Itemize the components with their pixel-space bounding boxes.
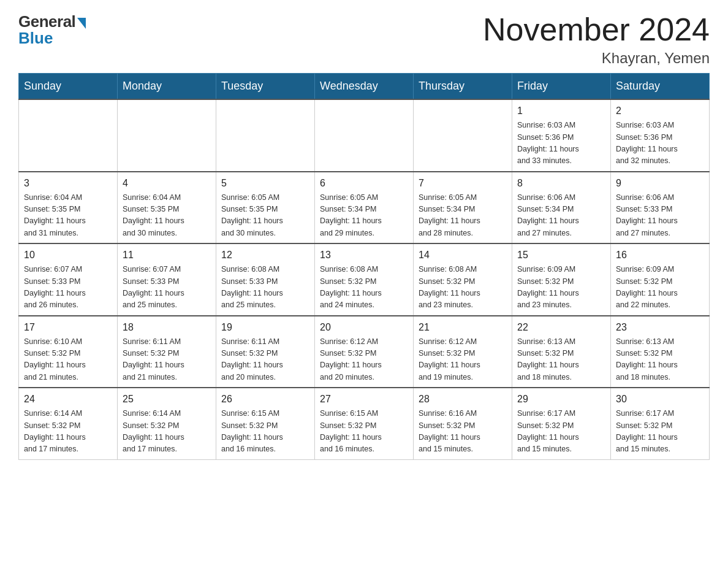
- calendar-day-header-sunday: Sunday: [19, 74, 118, 100]
- day-number: 29: [517, 392, 605, 407]
- day-info: Sunrise: 6:14 AMSunset: 5:32 PMDaylight:…: [123, 408, 211, 456]
- calendar-cell: [414, 99, 512, 172]
- day-info: Sunrise: 6:17 AMSunset: 5:32 PMDaylight:…: [616, 408, 704, 456]
- day-number: 14: [419, 248, 507, 262]
- calendar-cell: 3Sunrise: 6:04 AMSunset: 5:35 PMDaylight…: [19, 172, 118, 244]
- calendar-cell: [315, 99, 414, 172]
- day-number: 24: [24, 392, 112, 407]
- calendar-cell: 18Sunrise: 6:11 AMSunset: 5:32 PMDayligh…: [118, 316, 216, 388]
- day-info: Sunrise: 6:06 AMSunset: 5:34 PMDaylight:…: [517, 192, 605, 240]
- calendar-day-header-wednesday: Wednesday: [315, 74, 414, 100]
- page-header: General Blue November 2024 Khayran, Yeme…: [18, 12, 710, 67]
- day-info: Sunrise: 6:15 AMSunset: 5:32 PMDaylight:…: [221, 408, 309, 456]
- day-number: 9: [616, 176, 704, 191]
- calendar-body: 1Sunrise: 6:03 AMSunset: 5:36 PMDaylight…: [19, 99, 710, 459]
- day-number: 18: [123, 320, 211, 335]
- day-info: Sunrise: 6:12 AMSunset: 5:32 PMDaylight:…: [419, 336, 507, 384]
- day-number: 16: [616, 248, 704, 262]
- calendar-cell: [118, 99, 216, 172]
- day-info: Sunrise: 6:10 AMSunset: 5:32 PMDaylight:…: [24, 336, 112, 384]
- calendar-cell: 4Sunrise: 6:04 AMSunset: 5:35 PMDaylight…: [118, 172, 216, 244]
- day-info: Sunrise: 6:15 AMSunset: 5:32 PMDaylight:…: [320, 408, 408, 456]
- page-title: November 2024: [483, 12, 710, 47]
- calendar-week-row: 10Sunrise: 6:07 AMSunset: 5:33 PMDayligh…: [19, 243, 710, 316]
- day-number: 23: [616, 320, 704, 335]
- day-info: Sunrise: 6:08 AMSunset: 5:33 PMDaylight:…: [221, 264, 309, 312]
- calendar-week-row: 3Sunrise: 6:04 AMSunset: 5:35 PMDaylight…: [19, 172, 710, 244]
- day-info: Sunrise: 6:12 AMSunset: 5:32 PMDaylight:…: [320, 336, 408, 384]
- day-info: Sunrise: 6:06 AMSunset: 5:33 PMDaylight:…: [616, 192, 704, 240]
- day-info: Sunrise: 6:05 AMSunset: 5:35 PMDaylight:…: [221, 192, 309, 240]
- day-number: 28: [419, 392, 507, 407]
- calendar-cell: [19, 99, 118, 172]
- day-number: 2: [616, 104, 704, 118]
- calendar-cell: 12Sunrise: 6:08 AMSunset: 5:33 PMDayligh…: [216, 243, 315, 316]
- calendar-cell: 6Sunrise: 6:05 AMSunset: 5:34 PMDaylight…: [315, 172, 414, 244]
- day-info: Sunrise: 6:08 AMSunset: 5:32 PMDaylight:…: [419, 264, 507, 312]
- calendar-cell: 10Sunrise: 6:07 AMSunset: 5:33 PMDayligh…: [19, 243, 118, 316]
- calendar-day-header-saturday: Saturday: [611, 74, 710, 100]
- day-info: Sunrise: 6:13 AMSunset: 5:32 PMDaylight:…: [517, 336, 605, 384]
- day-info: Sunrise: 6:17 AMSunset: 5:32 PMDaylight:…: [517, 408, 605, 456]
- calendar-header: SundayMondayTuesdayWednesdayThursdayFrid…: [19, 74, 710, 100]
- calendar-cell: 24Sunrise: 6:14 AMSunset: 5:32 PMDayligh…: [19, 388, 118, 459]
- calendar-cell: 22Sunrise: 6:13 AMSunset: 5:32 PMDayligh…: [512, 316, 611, 388]
- day-number: 3: [24, 176, 112, 191]
- day-number: 19: [221, 320, 309, 335]
- day-number: 27: [320, 392, 408, 407]
- calendar-table: SundayMondayTuesdayWednesdayThursdayFrid…: [18, 73, 710, 460]
- calendar-cell: 30Sunrise: 6:17 AMSunset: 5:32 PMDayligh…: [611, 388, 710, 459]
- logo-blue-text: Blue: [18, 29, 53, 48]
- day-number: 11: [123, 248, 211, 262]
- day-number: 6: [320, 176, 408, 191]
- calendar-cell: 1Sunrise: 6:03 AMSunset: 5:36 PMDaylight…: [512, 99, 611, 172]
- day-info: Sunrise: 6:03 AMSunset: 5:36 PMDaylight:…: [616, 120, 704, 167]
- day-number: 1: [517, 104, 605, 118]
- calendar-cell: 26Sunrise: 6:15 AMSunset: 5:32 PMDayligh…: [216, 388, 315, 459]
- calendar-day-header-monday: Monday: [118, 74, 216, 100]
- day-info: Sunrise: 6:11 AMSunset: 5:32 PMDaylight:…: [221, 336, 309, 384]
- day-number: 15: [517, 248, 605, 262]
- calendar-cell: 21Sunrise: 6:12 AMSunset: 5:32 PMDayligh…: [414, 316, 512, 388]
- day-number: 13: [320, 248, 408, 262]
- day-number: 30: [616, 392, 704, 407]
- calendar-cell: 11Sunrise: 6:07 AMSunset: 5:33 PMDayligh…: [118, 243, 216, 316]
- title-block: November 2024 Khayran, Yemen: [483, 12, 710, 67]
- calendar-cell: 28Sunrise: 6:16 AMSunset: 5:32 PMDayligh…: [414, 388, 512, 459]
- page-subtitle: Khayran, Yemen: [483, 50, 710, 67]
- day-number: 10: [24, 248, 112, 262]
- calendar-cell: 14Sunrise: 6:08 AMSunset: 5:32 PMDayligh…: [414, 243, 512, 316]
- calendar-cell: 13Sunrise: 6:08 AMSunset: 5:32 PMDayligh…: [315, 243, 414, 316]
- day-info: Sunrise: 6:14 AMSunset: 5:32 PMDaylight:…: [24, 408, 112, 456]
- calendar-cell: 20Sunrise: 6:12 AMSunset: 5:32 PMDayligh…: [315, 316, 414, 388]
- day-number: 7: [419, 176, 507, 191]
- calendar-week-row: 17Sunrise: 6:10 AMSunset: 5:32 PMDayligh…: [19, 316, 710, 388]
- day-info: Sunrise: 6:09 AMSunset: 5:32 PMDaylight:…: [517, 264, 605, 312]
- day-info: Sunrise: 6:08 AMSunset: 5:32 PMDaylight:…: [320, 264, 408, 312]
- calendar-cell: 2Sunrise: 6:03 AMSunset: 5:36 PMDaylight…: [611, 99, 710, 172]
- calendar-cell: [216, 99, 315, 172]
- calendar-cell: 17Sunrise: 6:10 AMSunset: 5:32 PMDayligh…: [19, 316, 118, 388]
- logo-arrow-icon: [77, 18, 86, 29]
- calendar-day-header-thursday: Thursday: [414, 74, 512, 100]
- day-number: 20: [320, 320, 408, 335]
- calendar-cell: 8Sunrise: 6:06 AMSunset: 5:34 PMDaylight…: [512, 172, 611, 244]
- calendar-week-row: 1Sunrise: 6:03 AMSunset: 5:36 PMDaylight…: [19, 99, 710, 172]
- day-info: Sunrise: 6:13 AMSunset: 5:32 PMDaylight:…: [616, 336, 704, 384]
- calendar-cell: 23Sunrise: 6:13 AMSunset: 5:32 PMDayligh…: [611, 316, 710, 388]
- calendar-cell: 15Sunrise: 6:09 AMSunset: 5:32 PMDayligh…: [512, 243, 611, 316]
- day-number: 26: [221, 392, 309, 407]
- day-number: 17: [24, 320, 112, 335]
- calendar-cell: 29Sunrise: 6:17 AMSunset: 5:32 PMDayligh…: [512, 388, 611, 459]
- day-info: Sunrise: 6:05 AMSunset: 5:34 PMDaylight:…: [320, 192, 408, 240]
- day-info: Sunrise: 6:04 AMSunset: 5:35 PMDaylight:…: [123, 192, 211, 240]
- day-number: 25: [123, 392, 211, 407]
- calendar-cell: 9Sunrise: 6:06 AMSunset: 5:33 PMDaylight…: [611, 172, 710, 244]
- day-number: 12: [221, 248, 309, 262]
- calendar-cell: 27Sunrise: 6:15 AMSunset: 5:32 PMDayligh…: [315, 388, 414, 459]
- calendar-header-row: SundayMondayTuesdayWednesdayThursdayFrid…: [19, 74, 710, 100]
- day-number: 4: [123, 176, 211, 191]
- calendar-cell: 25Sunrise: 6:14 AMSunset: 5:32 PMDayligh…: [118, 388, 216, 459]
- day-number: 21: [419, 320, 507, 335]
- day-info: Sunrise: 6:16 AMSunset: 5:32 PMDaylight:…: [419, 408, 507, 456]
